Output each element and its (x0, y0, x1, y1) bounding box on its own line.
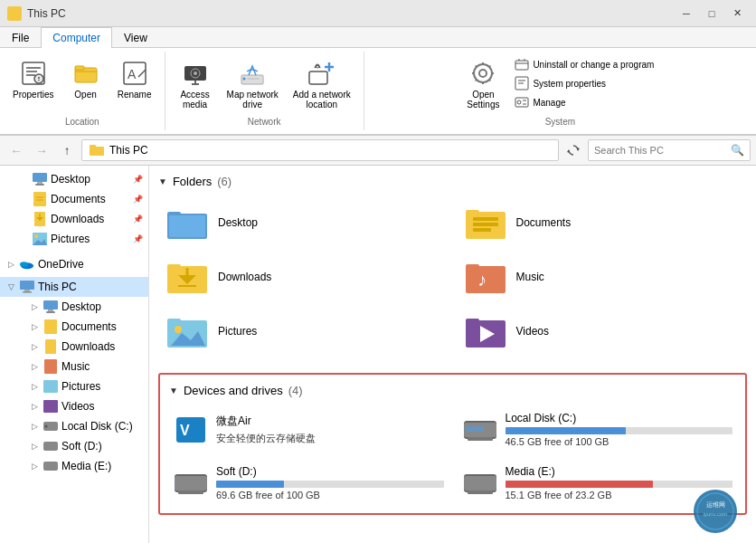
folder-name-downloads: Downloads (218, 271, 271, 283)
system-group-label: System (545, 117, 575, 127)
drive-bar-e (506, 481, 653, 488)
sidebar-label-downloads2: Downloads (61, 340, 143, 353)
sidebar-item-media-e[interactable]: ▷ Media (E:) (0, 456, 148, 476)
sidebar-item-local-disk-c[interactable]: ▷ Local Disk (C:) (0, 416, 148, 436)
drives-arrow: ▼ (169, 386, 178, 395)
tab-file[interactable]: File (0, 27, 41, 48)
svg-point-60 (34, 234, 38, 238)
sidebar-label-soft-d: Soft (D:) (61, 440, 143, 452)
folder-name-documents: Documents (516, 216, 572, 229)
sidebar-item-pictures[interactable]: Pictures 📌 (0, 229, 148, 249)
back-button[interactable]: ← (5, 139, 27, 161)
folder-item-downloads[interactable]: Downloads (158, 253, 449, 300)
system-properties-button[interactable]: System properties (509, 74, 659, 92)
drive-free-c: 46.5 GB free of 100 GB (506, 436, 733, 447)
sidebar-item-desktop2[interactable]: ▷ Desktop (0, 297, 148, 317)
drive-bar-d (216, 481, 284, 488)
folder-item-documents[interactable]: Documents (457, 199, 748, 246)
tab-computer[interactable]: Computer (41, 27, 112, 48)
drive-icon-d (173, 467, 209, 500)
svg-rect-74 (43, 400, 58, 413)
folder-item-desktop[interactable]: Desktop (158, 199, 449, 246)
sidebar-item-downloads2[interactable]: ▷ Downloads (0, 337, 148, 357)
open-button[interactable]: Open (63, 55, 109, 103)
add-network-location-button[interactable]: Add a networklocation (288, 55, 356, 113)
svg-rect-53 (33, 192, 46, 206)
drive-item-c[interactable]: Local Disk (C:) 46.5 GB free of 100 GB (458, 408, 737, 451)
folder-name-music: Music (516, 271, 544, 283)
svg-rect-64 (20, 281, 34, 290)
map-network-drive-icon (238, 59, 267, 88)
drive-subtitle-weiyun: 安全轻便的云存储硬盘 (216, 432, 444, 445)
sidebar-item-documents[interactable]: Documents 📌 (0, 189, 148, 209)
map-network-drive-button[interactable]: Map networkdrive (222, 55, 284, 113)
expand-arrow: ▷ (29, 361, 40, 372)
expand-arrow: ▷ (5, 259, 16, 270)
drive-bar-bg-c (506, 427, 733, 434)
uninstall-icon (515, 57, 529, 71)
minimize-button[interactable]: ─ (675, 5, 698, 23)
folder-item-videos[interactable]: Videos (457, 308, 748, 355)
folder-name-pictures: Pictures (218, 325, 257, 338)
close-button[interactable]: ✕ (725, 5, 749, 23)
svg-text:运维网: 运维网 (706, 501, 725, 508)
sidebar: Desktop 📌 Documents 📌 Downloads 📌 Pict (0, 166, 149, 543)
sidebar-item-soft-d[interactable]: ▷ Soft (D:) (0, 436, 148, 456)
svg-point-26 (479, 70, 487, 77)
rename-button[interactable]: A Rename (112, 55, 157, 103)
folders-arrow: ▼ (158, 176, 167, 186)
sidebar-item-videos2[interactable]: ▷ Videos (0, 396, 148, 416)
expand-arrow: ▷ (29, 421, 40, 432)
expand-arrow: ▷ (29, 401, 40, 412)
sidebar-item-music2[interactable]: ▷ Music (0, 357, 148, 376)
expand-arrow (18, 174, 29, 185)
sidebar-item-desktop[interactable]: Desktop 📌 (0, 169, 148, 189)
folder-item-pictures[interactable]: Pictures (158, 308, 449, 355)
manage-button[interactable]: Manage (509, 93, 659, 111)
videos2-icon (43, 399, 58, 414)
folder-icon-downloads (165, 259, 209, 295)
drive-item-d[interactable]: Soft (D:) 69.6 GB free of 100 GB (169, 462, 448, 504)
svg-rect-73 (43, 380, 58, 393)
rename-label: Rename (118, 90, 152, 100)
svg-rect-107 (466, 426, 484, 432)
sidebar-item-onedrive[interactable]: ▷ OneDrive (0, 254, 148, 274)
svg-rect-112 (464, 476, 496, 491)
svg-rect-71 (45, 339, 56, 354)
folders-section-header: ▼ Folders (6) (158, 175, 747, 188)
svg-rect-52 (35, 184, 44, 186)
properties-button[interactable]: Properties (7, 55, 60, 103)
refresh-button[interactable] (562, 139, 584, 161)
open-icon (71, 59, 100, 88)
sidebar-item-pictures2[interactable]: ▷ Pictures (0, 376, 148, 396)
access-media-button[interactable]: Accessmedia (173, 55, 218, 113)
svg-text:A: A (128, 67, 137, 81)
sidebar-item-downloads[interactable]: Downloads 📌 (0, 209, 148, 229)
open-settings-button[interactable]: OpenSettings (460, 55, 506, 113)
drive-icon-e (462, 467, 498, 500)
search-input[interactable] (594, 145, 731, 156)
manage-label: Manage (533, 98, 565, 108)
sidebar-item-this-pc[interactable]: ▽ This PC (0, 277, 148, 297)
maximize-button[interactable]: □ (700, 5, 723, 23)
up-button[interactable]: ↑ (56, 139, 78, 161)
svg-line-34 (476, 80, 477, 81)
address-path[interactable]: This PC (81, 139, 559, 161)
uninstall-button[interactable]: Uninstall or change a program (509, 55, 659, 73)
music2-icon (43, 359, 58, 374)
svg-rect-96 (167, 319, 181, 324)
svg-rect-68 (48, 310, 53, 311)
drive-info-d: Soft (D:) 69.6 GB free of 100 GB (216, 465, 444, 500)
forward-button[interactable]: → (31, 139, 52, 161)
drive-icon-weiyun: V (173, 414, 209, 446)
tab-view[interactable]: View (112, 27, 159, 48)
drive-free-d: 69.6 GB free of 100 GB (216, 490, 444, 500)
folder-item-music[interactable]: ♪ Music (457, 253, 748, 300)
drive-item-weiyun[interactable]: V 微盘Air 安全轻便的云存储硬盘 (169, 408, 448, 451)
folder-icon-pictures (165, 313, 209, 349)
desktop2-icon (43, 300, 58, 314)
uninstall-label: Uninstall or change a program (533, 60, 654, 70)
drive-icon-c (462, 414, 498, 446)
sidebar-item-documents2[interactable]: ▷ Documents (0, 317, 148, 337)
drive-bar-bg-e (506, 481, 733, 488)
